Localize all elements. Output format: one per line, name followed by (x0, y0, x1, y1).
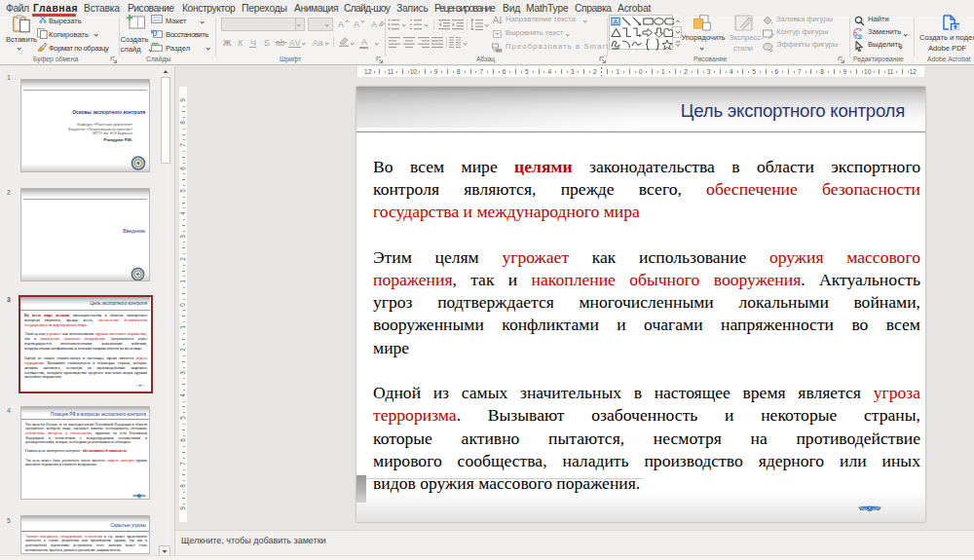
svg-text:A: A (614, 18, 618, 26)
svg-text:c: c (859, 33, 863, 40)
svg-text:b: b (853, 30, 857, 37)
